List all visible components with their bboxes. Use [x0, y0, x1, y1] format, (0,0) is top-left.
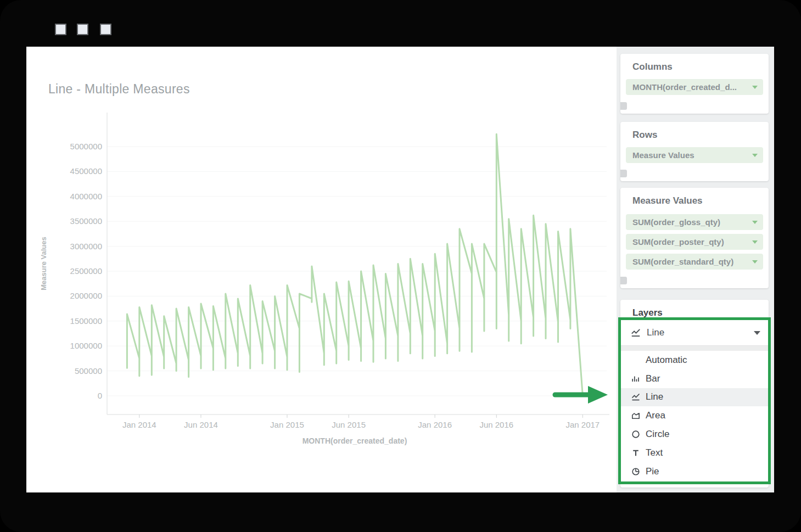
- circle-icon: [630, 429, 642, 439]
- columns-heading: Columns: [620, 54, 769, 72]
- x-tick-label: Jan 2016: [418, 420, 452, 429]
- x-axis-title: MONTH(order_created_date): [303, 436, 407, 445]
- y-tick-label: 2500000: [70, 266, 102, 276]
- menu-item-area[interactable]: Area: [621, 406, 768, 425]
- menu-item-label: Bar: [646, 373, 660, 384]
- measure-pill-order-gloss-qty[interactable]: SUM(order_gloss_qty): [626, 214, 763, 230]
- y-tick-label: 3000000: [70, 242, 102, 251]
- y-tick-label: 1500000: [70, 316, 102, 326]
- measure-values-shelf: Measure Values SUM(order_gloss_qty) SUM(…: [620, 188, 769, 288]
- menu-item-line[interactable]: Line: [621, 388, 768, 407]
- columns-pill-month-order-created-date[interactable]: MONTH(order_created_d...: [626, 79, 763, 95]
- columns-shelf: Columns MONTH(order_created_d...: [620, 54, 769, 114]
- partial-pill: [620, 170, 627, 177]
- line-icon: [630, 327, 642, 338]
- menu-item-label: Area: [646, 410, 665, 421]
- pill-label: Measure Values: [632, 150, 752, 160]
- y-tick-label: 2000000: [70, 291, 102, 300]
- y-tick-label: 4500000: [70, 166, 102, 176]
- arrow-right-icon: [551, 384, 612, 406]
- app-window: Line - Multiple Measures 050000010000001…: [0, 0, 801, 532]
- main-content: Line - Multiple Measures 050000010000001…: [26, 47, 774, 492]
- text-icon: [630, 448, 642, 458]
- window-control-button[interactable]: [77, 24, 88, 35]
- bar-icon: [630, 374, 642, 384]
- rows-shelf: Rows Measure Values: [620, 122, 769, 181]
- menu-item-circle[interactable]: Circle: [621, 425, 768, 444]
- menu-item-text[interactable]: Text: [621, 444, 768, 462]
- measure-pill-order-standard-qty[interactable]: SUM(order_standard_qty): [626, 254, 763, 270]
- x-tick-label: Jun 2015: [332, 420, 366, 429]
- menu-item-label: Circle: [646, 429, 669, 440]
- y-axis-title: Measure Values: [40, 237, 48, 290]
- y-tick-label: 5000000: [70, 142, 102, 151]
- menu-item-bar[interactable]: Bar: [621, 369, 768, 388]
- pill-label: SUM(order_gloss_qty): [632, 217, 752, 227]
- chevron-down-icon: [752, 221, 758, 224]
- x-tick-label: Jan 2017: [565, 420, 600, 429]
- menu-item-label: Line: [646, 391, 663, 402]
- dropdown-gap: [621, 346, 768, 351]
- measure-values-line: [127, 134, 582, 396]
- chevron-down-icon: [752, 240, 758, 244]
- menu-item-label: Pie: [646, 466, 659, 477]
- x-tick-label: Jan 2015: [270, 420, 304, 429]
- y-tick-label: 0: [98, 391, 102, 400]
- menu-item-pie[interactable]: Pie: [621, 462, 768, 481]
- menu-item-automatic[interactable]: Automatic: [621, 351, 768, 369]
- chevron-down-icon: [752, 86, 758, 89]
- area-icon: [630, 411, 642, 421]
- y-tick-label: 3500000: [70, 216, 102, 226]
- rows-heading: Rows: [620, 122, 769, 141]
- partial-pill: [620, 277, 627, 284]
- chevron-down-icon: [754, 331, 760, 335]
- layer-type-select[interactable]: Line: [621, 320, 768, 346]
- pill-label: SUM(order_poster_qty): [632, 237, 752, 247]
- x-tick-label: Jun 2016: [479, 420, 513, 429]
- line-icon: [630, 392, 642, 402]
- window-control-button[interactable]: [55, 24, 66, 35]
- rows-pill-measure-values[interactable]: Measure Values: [626, 147, 763, 163]
- x-tick-label: Jan 2014: [122, 420, 156, 429]
- measure-pill-order-poster-qty[interactable]: SUM(order_poster_qty): [626, 234, 763, 250]
- menu-item-label: Text: [646, 447, 663, 458]
- y-tick-label: 1000000: [70, 341, 102, 350]
- pie-icon: [630, 467, 642, 477]
- pill-label: MONTH(order_created_d...: [632, 82, 752, 92]
- y-tick-label: 500000: [75, 366, 102, 376]
- window-control-button[interactable]: [100, 24, 111, 35]
- x-tick-label: Jun 2014: [184, 420, 218, 429]
- selected-layer-type: Line: [647, 327, 754, 338]
- chevron-down-icon: [752, 154, 758, 157]
- measure-values-line-chart: 0500000100000015000002000000250000030000…: [26, 47, 617, 492]
- y-tick-label: 4000000: [70, 192, 102, 201]
- chevron-down-icon: [752, 260, 758, 264]
- layer-type-menu: Automatic Bar: [621, 351, 768, 481]
- menu-item-label: Automatic: [646, 355, 687, 366]
- layer-type-dropdown-highlight: Line Automatic: [618, 317, 771, 484]
- layers-heading: Layers: [620, 300, 769, 318]
- measure-values-heading: Measure Values: [620, 188, 769, 206]
- partial-pill: [620, 102, 627, 110]
- pill-label: SUM(order_standard_qty): [632, 257, 752, 266]
